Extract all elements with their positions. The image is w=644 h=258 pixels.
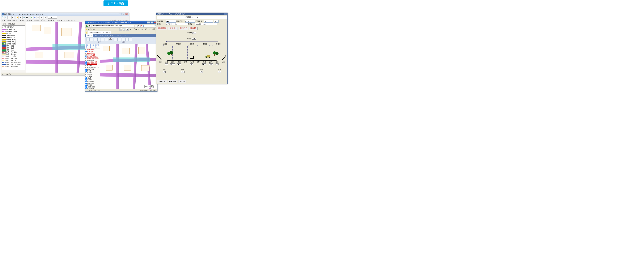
forward-button[interactable]: ▶ (89, 24, 91, 27)
layer-show-all[interactable]: 全表示 (86, 44, 89, 48)
tool-icon[interactable]: ◯ (43, 16, 46, 19)
ribbon-button[interactable] (86, 37, 90, 41)
maximize-button[interactable]: □ (150, 21, 154, 23)
tab-ext2[interactable]: 延延長2 (178, 26, 188, 30)
print-icon[interactable]: 🖨 (126, 28, 128, 30)
layer-item[interactable]: 国交分岐 (86, 74, 100, 75)
ribbon-tab[interactable]: 印刷 (100, 34, 103, 36)
close-button[interactable]: × (125, 13, 128, 15)
tools-menu[interactable]: ツール(O) (149, 28, 156, 30)
layer-item[interactable]: 1/2500都市計画図 (86, 56, 100, 58)
layer-item[interactable]: 基準・管理 (86, 88, 100, 89)
tool-icon[interactable]: 📷 (26, 16, 28, 19)
layer-item[interactable]: 1/500道路台帳図 (86, 61, 100, 63)
tool-icon[interactable]: 🖨 (19, 16, 22, 19)
zoom-value[interactable] (109, 37, 112, 40)
ribbon-tab[interactable]: 帳票 (105, 34, 108, 36)
tool-icon[interactable]: 🔄 (22, 16, 25, 19)
layer-item[interactable]: 1/500道路台帳図 (86, 63, 100, 65)
map-canvas[interactable]: 101408 表示 (100, 44, 157, 89)
layer-item[interactable]: 開発整備 (86, 72, 100, 74)
minimize-button[interactable]: _ (147, 21, 150, 23)
ribbon-button[interactable] (118, 37, 121, 41)
coord-show-button[interactable]: 表示 (150, 85, 154, 88)
tab-ext1[interactable]: 延延長1 (168, 26, 178, 30)
maximize-button[interactable]: □ (122, 13, 125, 15)
ribbon-tab-home[interactable]: ホーム (86, 34, 93, 37)
layer-hide-all[interactable]: 全非表示 (90, 44, 94, 48)
back-button[interactable]: ◀ (86, 24, 88, 27)
ribbon-button[interactable] (125, 37, 128, 41)
sheet-no-field[interactable] (204, 20, 213, 23)
tab-xsection[interactable]: 断面図 (189, 26, 198, 30)
ribbon-button[interactable] (94, 37, 97, 41)
menu-item[interactable]: 印刷(H) (57, 19, 62, 21)
feed-icon[interactable]: 📡 (123, 28, 125, 30)
layer-item[interactable]: 都市計画区域ハッチ (86, 66, 100, 68)
route-no-field[interactable] (166, 20, 176, 23)
layer-item[interactable]: 1/500負担図 (86, 49, 100, 50)
menu-item[interactable]: 検索(K) (20, 19, 25, 21)
layer-item[interactable]: 工事情報 (86, 84, 100, 86)
ribbon-button[interactable] (90, 37, 93, 41)
go-button[interactable]: → (134, 24, 137, 27)
tool-icon[interactable]: ＋ (30, 16, 33, 19)
layer-item[interactable]: 1/500地形図 (86, 50, 100, 52)
menu-item[interactable]: 表示(D) (12, 19, 18, 21)
tool-icon[interactable]: ↔ (12, 16, 14, 19)
layer-item[interactable]: 河川情報 (86, 75, 100, 77)
transverse-detail-button[interactable]: 横断詳細 (168, 80, 178, 83)
stop-button[interactable]: ✕ (140, 24, 143, 27)
menu-item[interactable]: システム(S) (2, 19, 11, 21)
close-button[interactable]: × (224, 13, 227, 15)
ribbon-button[interactable] (105, 37, 108, 41)
cross-detail-button[interactable]: 交差詳細 (157, 80, 167, 83)
zoom-input[interactable] (48, 16, 57, 19)
layer-item[interactable]: 水路認定路線 (86, 86, 100, 88)
menu-item[interactable]: 色塗り(C) (48, 19, 55, 21)
ribbon-tab[interactable]: 整形 (110, 34, 113, 36)
menu-item[interactable]: 受付(I) (41, 19, 46, 21)
layer-item[interactable]: 境界確定 (86, 79, 100, 81)
sheet-sub-field[interactable] (214, 20, 218, 23)
search-box[interactable] (144, 25, 154, 27)
class2-field[interactable] (195, 23, 217, 25)
favorites-star-icon[interactable]: ⭐ (86, 32, 88, 34)
layer-default[interactable]: 標準設定 (95, 44, 99, 48)
layer-item[interactable]: 水路図 (86, 77, 100, 79)
ribbon-tab[interactable]: ツール (123, 34, 128, 36)
page-menu[interactable]: ページ(P) (129, 28, 136, 30)
tool-icon[interactable]: 🔍- (5, 16, 8, 19)
layer-item[interactable]: 指定地図 (86, 65, 100, 66)
tool-icon[interactable]: ⊕ (34, 16, 36, 19)
tab-detail[interactable]: 詳細情報 (157, 26, 167, 30)
layer-item[interactable]: 1/10000都市計画図 (86, 58, 100, 59)
menu-item[interactable]: 属性(A) (27, 19, 32, 21)
refresh-button[interactable]: ⟳ (138, 24, 140, 27)
section-no-field[interactable] (185, 20, 195, 23)
home-icon[interactable]: 🏠 (120, 28, 122, 30)
layer-item[interactable]: 道路平面図 (86, 59, 100, 61)
layer-item[interactable]: 道路占用物 (86, 82, 100, 84)
tool-icon[interactable]: ⟳ (8, 16, 11, 19)
browser-tab[interactable]: 道路管理システムメインページ (88, 31, 111, 34)
tool-icon[interactable]: 🔍 (37, 16, 40, 19)
tool-icon[interactable]: 🔍+ (2, 16, 4, 19)
menu-item[interactable]: 編集(E) (34, 19, 40, 21)
layer-item[interactable]: 案引図 (86, 70, 100, 72)
layer-item[interactable]: 道路台帳図ハッチ (86, 68, 100, 70)
tool-icon[interactable]: ▦ (40, 16, 43, 19)
minimize-button[interactable]: _ (119, 13, 122, 15)
class1-field[interactable] (166, 23, 188, 25)
layer-item[interactable]: 道路附属物 (86, 81, 100, 82)
ribbon-tab[interactable]: 地図 (95, 34, 98, 36)
ribbon-button[interactable] (101, 37, 104, 41)
ribbon-tab[interactable]: ユーザー (115, 34, 122, 36)
ribbon-button[interactable] (114, 37, 118, 41)
favorites-label[interactable]: お気に入り (88, 28, 96, 30)
menu-item[interactable]: オプション(O) (64, 19, 74, 21)
address-bar[interactable]: http://gx0616-16/rnRoRoWeb/MainPage.aspx (92, 25, 134, 27)
favorites-icon[interactable]: ⭐ (86, 28, 88, 30)
layer-item[interactable]: 1/1000地番図 (86, 54, 100, 56)
close-dialog-button[interactable]: 閉じる (178, 80, 186, 83)
